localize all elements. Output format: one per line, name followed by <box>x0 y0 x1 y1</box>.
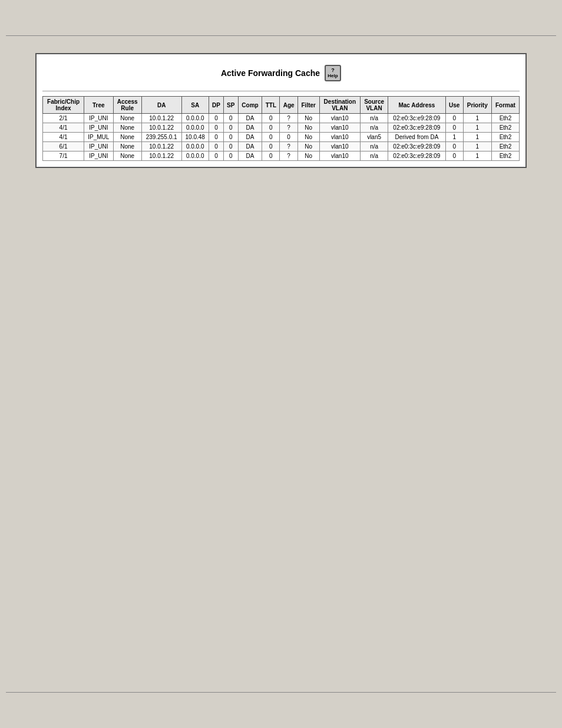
help-icon-label: Help <box>328 74 338 79</box>
cell-sp: 0 <box>224 151 238 161</box>
cell-sa: 0.0.0.0 <box>181 123 209 133</box>
cell-ttl: 0 <box>262 133 280 142</box>
cell-fabric-chip: 6/1 <box>43 142 84 151</box>
cell-format: Eth2 <box>491 142 519 151</box>
cell-tree: IP_UNI <box>84 142 113 151</box>
cell-ttl: 0 <box>262 114 280 123</box>
col-age: Age <box>280 97 298 114</box>
bottom-divider <box>6 692 556 693</box>
cell-dest-vlan: vlan10 <box>319 133 361 142</box>
cell-dp: 0 <box>209 142 223 151</box>
cell-filter: No <box>297 133 319 142</box>
col-sp: SP <box>224 97 238 114</box>
panel-title: Active Forwarding Cache <box>221 68 320 78</box>
cell-use: 0 <box>445 142 463 151</box>
col-format: Format <box>491 97 519 114</box>
cell-mac-address: 02:e0:3c:e9:28:09 <box>388 142 446 151</box>
cell-comp: DA <box>238 142 262 151</box>
cell-access-rule: None <box>113 151 141 161</box>
cell-dest-vlan: vlan10 <box>319 142 361 151</box>
cell-dp: 0 <box>209 123 223 133</box>
cell-comp: DA <box>238 123 262 133</box>
cell-mac-address: 02:e0:3c:e9:28:09 <box>388 114 446 123</box>
cell-format: Eth2 <box>491 133 519 142</box>
cell-sa: 0.0.0.0 <box>181 142 209 151</box>
cell-priority: 1 <box>463 151 491 161</box>
col-dest-vlan: DestinationVLAN <box>319 97 361 114</box>
cell-priority: 1 <box>463 142 491 151</box>
cell-src-vlan: n/a <box>361 151 388 161</box>
main-panel: Active Forwarding Cache ? Help Fabric/Ch… <box>35 53 527 168</box>
cell-da: 10.0.1.22 <box>141 142 181 151</box>
cell-da: 10.0.1.22 <box>141 114 181 123</box>
cell-mac-address: Derived from DA <box>388 133 446 142</box>
cell-sp: 0 <box>224 123 238 133</box>
cell-da: 239.255.0.1 <box>141 133 181 142</box>
col-dp: DP <box>209 97 223 114</box>
col-da: DA <box>141 97 181 114</box>
cell-tree: IP_UNI <box>84 151 113 161</box>
cell-age: ? <box>280 151 298 161</box>
table-row: 4/1IP_MULNone239.255.0.110.0.4800DA00Nov… <box>43 133 520 142</box>
cell-age: ? <box>280 123 298 133</box>
cell-tree: IP_UNI <box>84 114 113 123</box>
cell-age: 0 <box>280 133 298 142</box>
cell-mac-address: 02:e0:3c:e9:28:09 <box>388 151 446 161</box>
cell-use: 0 <box>445 151 463 161</box>
cell-ttl: 0 <box>262 142 280 151</box>
table-row: 2/1IP_UNINone10.0.1.220.0.0.000DA0?Novla… <box>43 114 520 123</box>
table-header-row: Fabric/ChipIndex Tree AccessRule DA SA D… <box>43 97 520 114</box>
cell-priority: 1 <box>463 133 491 142</box>
cell-sp: 0 <box>224 114 238 123</box>
col-src-vlan: SourceVLAN <box>361 97 388 114</box>
cell-use: 0 <box>445 114 463 123</box>
cell-tree: IP_MUL <box>84 133 113 142</box>
cell-src-vlan: n/a <box>361 142 388 151</box>
cell-dest-vlan: vlan10 <box>319 151 361 161</box>
col-mac-address: Mac Address <box>388 97 446 114</box>
cell-priority: 1 <box>463 123 491 133</box>
cell-format: Eth2 <box>491 123 519 133</box>
top-divider <box>6 35 556 36</box>
cell-access-rule: None <box>113 123 141 133</box>
cell-tree: IP_UNI <box>84 123 113 133</box>
cell-access-rule: None <box>113 142 141 151</box>
cell-filter: No <box>297 142 319 151</box>
cell-src-vlan: n/a <box>361 123 388 133</box>
cell-sa: 10.0.48 <box>181 133 209 142</box>
cell-format: Eth2 <box>491 151 519 161</box>
cell-mac-address: 02:e0:3c:e9:28:09 <box>388 123 446 133</box>
col-fabric-chip: Fabric/ChipIndex <box>43 97 84 114</box>
cell-da: 10.0.1.22 <box>141 151 181 161</box>
cell-filter: No <box>297 151 319 161</box>
cell-use: 0 <box>445 123 463 133</box>
cell-comp: DA <box>238 133 262 142</box>
cell-priority: 1 <box>463 114 491 123</box>
cell-fabric-chip: 2/1 <box>43 114 84 123</box>
cell-filter: No <box>297 114 319 123</box>
table-row: 7/1IP_UNINone10.0.1.220.0.0.000DA0?Novla… <box>43 151 520 161</box>
help-button[interactable]: ? Help <box>325 65 341 81</box>
cell-fabric-chip: 4/1 <box>43 133 84 142</box>
col-sa: SA <box>181 97 209 114</box>
col-ttl: TTL <box>262 97 280 114</box>
cell-sa: 0.0.0.0 <box>181 151 209 161</box>
table-row: 6/1IP_UNINone10.0.1.220.0.0.000DA0?Novla… <box>43 142 520 151</box>
cell-da: 10.0.1.22 <box>141 123 181 133</box>
col-use: Use <box>445 97 463 114</box>
panel-divider <box>42 91 520 91</box>
cell-sa: 0.0.0.0 <box>181 114 209 123</box>
cell-ttl: 0 <box>262 151 280 161</box>
cell-sp: 0 <box>224 133 238 142</box>
table-row: 4/1IP_UNINone10.0.1.220.0.0.000DA0?Novla… <box>43 123 520 133</box>
col-filter: Filter <box>297 97 319 114</box>
cell-comp: DA <box>238 151 262 161</box>
cell-fabric-chip: 7/1 <box>43 151 84 161</box>
cell-access-rule: None <box>113 133 141 142</box>
cell-ttl: 0 <box>262 123 280 133</box>
cell-fabric-chip: 4/1 <box>43 123 84 133</box>
col-priority: Priority <box>463 97 491 114</box>
cell-dest-vlan: vlan10 <box>319 123 361 133</box>
col-access-rule: AccessRule <box>113 97 141 114</box>
cell-format: Eth2 <box>491 114 519 123</box>
